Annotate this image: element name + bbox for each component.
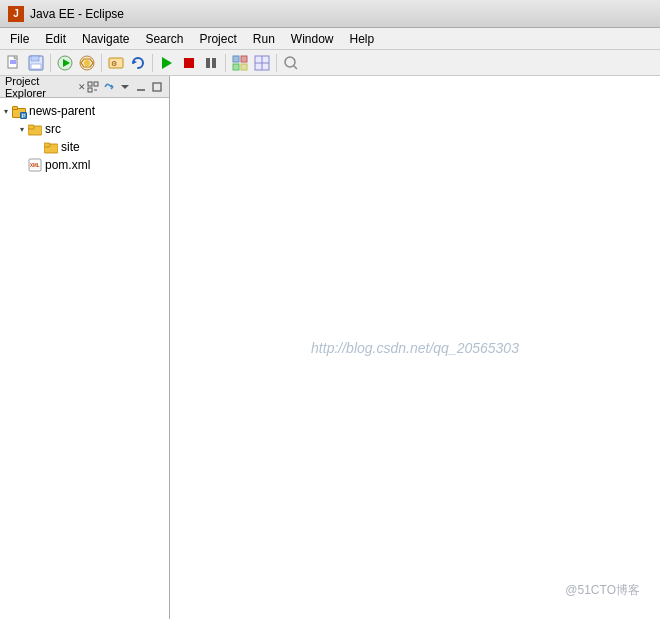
quick-access-button[interactable] <box>281 53 301 73</box>
toolbar-separator-5 <box>276 54 277 72</box>
panel-header: Project Explorer ✕ <box>0 76 169 98</box>
svg-rect-22 <box>241 64 247 70</box>
site-label: site <box>61 140 80 154</box>
panel-title-text: Project Explorer <box>5 75 73 99</box>
maximize-panel-button[interactable] <box>150 80 164 94</box>
svg-point-11 <box>84 60 90 66</box>
tree-pom-xml[interactable]: ▸ XML pom.xml <box>0 156 169 174</box>
svg-rect-17 <box>206 58 210 68</box>
app-icon: J <box>8 6 24 22</box>
panel-toolbar <box>86 80 164 94</box>
toolbar-separator-4 <box>225 54 226 72</box>
tree-src[interactable]: ▾ src <box>0 120 169 138</box>
tree-news-parent[interactable]: ▾ P news-parent <box>0 102 169 120</box>
title-text: Java EE - Eclipse <box>30 7 124 21</box>
perspective-button[interactable] <box>230 53 250 73</box>
menu-run[interactable]: Run <box>245 28 283 49</box>
svg-rect-19 <box>233 56 239 62</box>
svg-rect-28 <box>88 82 92 86</box>
menu-project[interactable]: Project <box>191 28 244 49</box>
svg-point-26 <box>285 57 295 67</box>
svg-rect-5 <box>31 56 39 61</box>
menu-bar: File Edit Navigate Search Project Run Wi… <box>0 28 660 50</box>
svg-rect-16 <box>184 58 194 68</box>
svg-rect-40 <box>44 143 50 147</box>
menu-file[interactable]: File <box>2 28 37 49</box>
toolbar: ⚙ <box>0 50 660 76</box>
pom-xml-label: pom.xml <box>45 158 90 172</box>
menu-file-label: File <box>10 32 29 46</box>
views-button[interactable] <box>252 53 272 73</box>
minimize-panel-button[interactable] <box>134 80 148 94</box>
svg-rect-20 <box>241 56 247 62</box>
view-menu-button[interactable] <box>118 80 132 94</box>
toolbar-separator-2 <box>101 54 102 72</box>
svg-rect-18 <box>212 58 216 68</box>
svg-rect-29 <box>94 82 98 86</box>
start-server-button[interactable] <box>157 53 177 73</box>
menu-navigate[interactable]: Navigate <box>74 28 137 49</box>
svg-line-27 <box>294 66 297 69</box>
svg-text:⚙: ⚙ <box>111 60 117 67</box>
menu-edit-label: Edit <box>45 32 66 46</box>
link-with-editor-button[interactable] <box>102 80 116 94</box>
credit-text: @51CTO博客 <box>565 582 640 599</box>
toolbar-separator-3 <box>152 54 153 72</box>
menu-help-label: Help <box>350 32 375 46</box>
editor-area[interactable]: http://blog.csdn.net/qq_20565303 @51CTO博… <box>170 76 660 619</box>
build-button[interactable]: ⚙ <box>106 53 126 73</box>
menu-edit[interactable]: Edit <box>37 28 74 49</box>
svg-rect-30 <box>88 88 92 92</box>
project-explorer-panel: Project Explorer ✕ <box>0 76 170 619</box>
run-button[interactable] <box>55 53 75 73</box>
svg-rect-36 <box>153 83 161 91</box>
title-bar: J Java EE - Eclipse <box>0 0 660 28</box>
menu-window-label: Window <box>291 32 334 46</box>
collapse-all-button[interactable] <box>86 80 100 94</box>
main-content: Project Explorer ✕ <box>0 76 660 619</box>
pause-button[interactable] <box>201 53 221 73</box>
save-button[interactable] <box>26 53 46 73</box>
news-parent-folder-icon: P <box>12 104 26 118</box>
new-button[interactable] <box>4 53 24 73</box>
toolbar-separator-1 <box>50 54 51 72</box>
svg-rect-38 <box>28 125 34 129</box>
svg-marker-14 <box>133 60 137 64</box>
menu-window[interactable]: Window <box>283 28 342 49</box>
tree-site[interactable]: ▸ site <box>0 138 169 156</box>
panel-close-icon[interactable]: ✕ <box>78 82 86 92</box>
menu-search-label: Search <box>145 32 183 46</box>
project-tree: ▾ P news-parent ▾ <box>0 98 169 619</box>
src-label: src <box>45 122 61 136</box>
debug-button[interactable] <box>77 53 97 73</box>
svg-rect-6 <box>31 64 41 69</box>
svg-text:XML: XML <box>30 163 40 168</box>
news-parent-label: news-parent <box>29 104 95 118</box>
site-folder-icon <box>44 140 58 154</box>
refresh-button[interactable] <box>128 53 148 73</box>
svg-marker-34 <box>121 85 129 89</box>
src-folder-icon <box>28 122 42 136</box>
menu-help[interactable]: Help <box>342 28 383 49</box>
watermark-text: http://blog.csdn.net/qq_20565303 <box>311 340 519 356</box>
panel-title-area: Project Explorer ✕ <box>5 75 86 99</box>
menu-project-label: Project <box>199 32 236 46</box>
menu-navigate-label: Navigate <box>82 32 129 46</box>
menu-run-label: Run <box>253 32 275 46</box>
src-expand-arrow[interactable]: ▾ <box>16 123 28 135</box>
pom-xml-icon: XML <box>28 158 42 172</box>
menu-search[interactable]: Search <box>137 28 191 49</box>
news-parent-expand-arrow[interactable]: ▾ <box>0 105 12 117</box>
svg-rect-21 <box>233 64 239 70</box>
stop-server-button[interactable] <box>179 53 199 73</box>
svg-marker-15 <box>162 57 172 69</box>
